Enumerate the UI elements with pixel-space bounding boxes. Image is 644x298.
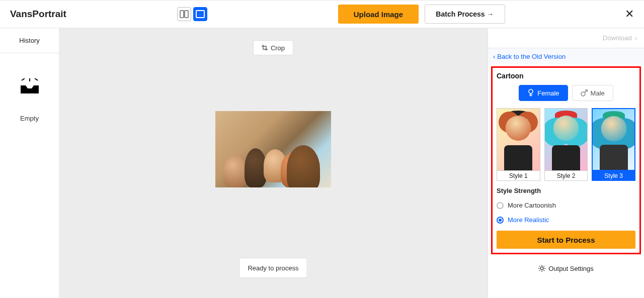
style-2-card[interactable]: Style 2 bbox=[544, 108, 588, 181]
uploaded-image[interactable] bbox=[215, 111, 331, 187]
svg-rect-1 bbox=[185, 11, 188, 18]
style-3-label: Style 3 bbox=[592, 171, 635, 181]
crop-button[interactable]: Crop bbox=[253, 40, 293, 55]
svg-line-17 bbox=[544, 270, 544, 271]
style-1-label: Style 1 bbox=[497, 171, 540, 181]
radio-icon bbox=[497, 217, 504, 224]
output-settings-button[interactable]: Output Settings bbox=[488, 259, 644, 277]
male-icon bbox=[581, 89, 588, 96]
back-link-label: Back to the Old Version bbox=[497, 53, 566, 60]
svg-line-18 bbox=[539, 270, 540, 271]
output-settings-label: Output Settings bbox=[548, 265, 594, 272]
svg-rect-2 bbox=[196, 11, 204, 18]
more-cartoonish-label: More Cartoonish bbox=[508, 202, 556, 209]
style-3-thumb bbox=[592, 108, 635, 171]
male-label: Male bbox=[591, 89, 605, 97]
chevron-left-icon: ‹ bbox=[493, 53, 495, 60]
style-2-label: Style 2 bbox=[544, 171, 588, 181]
radio-icon bbox=[497, 202, 504, 209]
more-realistic-label: More Realistic bbox=[508, 216, 549, 224]
tab-history[interactable]: History bbox=[0, 28, 59, 53]
gender-female-button[interactable]: Female bbox=[519, 85, 568, 101]
svg-line-3 bbox=[22, 78, 25, 80]
more-cartoonish-radio[interactable]: More Cartoonish bbox=[497, 202, 635, 209]
back-link[interactable]: ‹ Back to the Old Version bbox=[488, 48, 644, 64]
app-title: VansPortrait bbox=[10, 9, 66, 20]
svg-line-16 bbox=[539, 266, 540, 266]
canvas-area: Crop Ready to process bbox=[59, 28, 488, 298]
download-button[interactable]: Download › bbox=[488, 28, 644, 48]
crop-label: Crop bbox=[271, 44, 285, 52]
crop-icon bbox=[262, 45, 268, 51]
style-1-card[interactable]: Style 1 bbox=[497, 108, 540, 181]
single-view-icon bbox=[196, 10, 205, 18]
split-view-button[interactable] bbox=[177, 7, 191, 21]
cartoon-panel: Cartoon Female Male Style 1 St bbox=[491, 66, 641, 254]
style-1-thumb bbox=[497, 108, 540, 171]
inbox-icon bbox=[20, 78, 40, 94]
svg-line-19 bbox=[544, 266, 544, 266]
start-process-button[interactable]: Start to Process bbox=[497, 231, 635, 249]
upload-image-button[interactable]: Upload Image bbox=[338, 5, 419, 24]
female-icon bbox=[527, 89, 534, 97]
chevron-right-icon: › bbox=[635, 34, 637, 42]
status-badge: Ready to process bbox=[239, 258, 307, 278]
download-label: Download bbox=[603, 34, 632, 42]
svg-point-9 bbox=[581, 92, 585, 96]
svg-point-6 bbox=[529, 89, 533, 93]
style-strength-title: Style Strength bbox=[497, 187, 635, 194]
split-view-icon bbox=[180, 10, 189, 18]
svg-line-5 bbox=[35, 78, 38, 80]
gender-male-button[interactable]: Male bbox=[572, 85, 613, 101]
close-icon[interactable]: ✕ bbox=[625, 8, 634, 21]
batch-process-button[interactable]: Batch Process → bbox=[425, 5, 505, 24]
gear-icon bbox=[538, 265, 545, 272]
empty-label: Empty bbox=[20, 115, 39, 122]
cartoon-title: Cartoon bbox=[497, 72, 635, 80]
svg-rect-0 bbox=[180, 11, 184, 18]
style-2-thumb bbox=[544, 108, 588, 171]
female-label: Female bbox=[537, 89, 559, 97]
svg-point-11 bbox=[540, 267, 543, 270]
style-3-card[interactable]: Style 3 bbox=[592, 108, 635, 181]
more-realistic-radio[interactable]: More Realistic bbox=[497, 216, 635, 224]
single-view-button[interactable] bbox=[193, 7, 207, 21]
